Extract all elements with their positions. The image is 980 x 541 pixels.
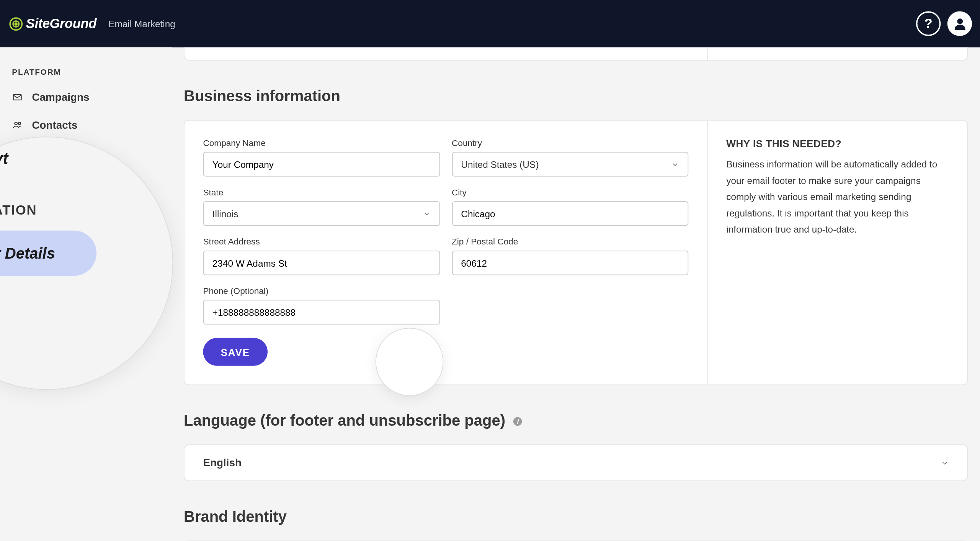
label-city: City — [452, 187, 688, 197]
avatar-icon — [952, 16, 968, 32]
logo-icon — [8, 16, 24, 32]
input-phone[interactable] — [203, 300, 439, 325]
sidebar-section-platform: PLATFORM — [0, 61, 172, 83]
sidebar-item-contacts[interactable]: Contacts — [0, 111, 172, 139]
select-state[interactable]: Illinois — [203, 201, 439, 226]
field-country: Country United States (US) — [452, 138, 688, 177]
input-city[interactable] — [452, 201, 688, 226]
envelope-icon — [12, 92, 23, 103]
sidebar-section-configuration-zoomed: CONFIGURATION — [0, 203, 37, 218]
select-country-value: United States (US) — [461, 159, 539, 170]
chevron-down-icon — [671, 160, 679, 168]
app-header: SiteGround Email Marketing ? — [0, 0, 980, 47]
save-button[interactable]: SAVE — [203, 338, 268, 366]
field-street: Street Address — [203, 236, 439, 275]
previous-card-bottom — [184, 47, 968, 61]
svg-point-5 — [15, 122, 17, 125]
svg-point-6 — [18, 122, 21, 125]
info-icon[interactable]: i — [514, 417, 523, 426]
info-text: Business information will be automatical… — [726, 156, 949, 238]
label-company-name: Company Name — [203, 138, 439, 148]
analytics-label-partial: Analyt — [0, 149, 8, 168]
label-street: Street Address — [203, 236, 439, 246]
svg-point-3 — [957, 18, 963, 24]
section-title-brand-identity: Brand Identity — [184, 508, 968, 526]
select-country[interactable]: United States (US) — [452, 152, 688, 177]
select-state-value: Illinois — [212, 208, 238, 219]
field-state: State Illinois — [203, 187, 439, 226]
info-heading: WHY IS THIS NEEDED? — [726, 138, 949, 149]
language-value: English — [203, 457, 241, 469]
field-zip: Zip / Postal Code — [452, 236, 688, 275]
sender-details-label: Sender Details — [0, 244, 55, 262]
sidebar-item-campaigns[interactable]: Campaigns — [0, 83, 172, 111]
input-zip[interactable] — [452, 251, 688, 275]
section-title-business: Business information — [184, 87, 968, 105]
contacts-icon — [12, 120, 23, 131]
svg-point-2 — [15, 23, 17, 25]
label-state: State — [203, 187, 439, 197]
app-name: Email Marketing — [108, 18, 175, 29]
sidebar-item-label: Contacts — [32, 119, 77, 131]
label-country: Country — [452, 138, 688, 148]
field-city: City — [452, 187, 688, 226]
chevron-down-icon — [941, 459, 949, 467]
label-phone: Phone (Optional) — [203, 286, 439, 296]
sidebar-item-analytics-zoomed[interactable]: Analyt — [0, 143, 16, 174]
field-phone: Phone (Optional) — [203, 286, 439, 325]
brand-logo[interactable]: SiteGround — [8, 16, 96, 32]
field-company-name: Company Name — [203, 138, 439, 177]
input-street[interactable] — [203, 251, 439, 275]
sidebar-item-sender-details-zoomed[interactable]: Sender Details — [0, 231, 96, 276]
label-zip: Zip / Postal Code — [452, 236, 688, 246]
help-button[interactable]: ? — [916, 11, 941, 36]
brand-name: SiteGround — [26, 16, 96, 31]
main-content: Business information Company Name Countr… — [172, 47, 980, 541]
language-selector[interactable]: English — [184, 444, 968, 481]
business-info-card: Company Name Country United States (US) — [184, 120, 968, 385]
profile-button[interactable] — [947, 11, 972, 36]
section-title-language: Language (for footer and unsubscribe pag… — [184, 412, 968, 430]
chevron-down-icon — [422, 210, 430, 218]
sidebar-item-label: Campaigns — [32, 91, 89, 103]
help-icon: ? — [924, 16, 933, 31]
input-company-name[interactable] — [203, 152, 439, 177]
